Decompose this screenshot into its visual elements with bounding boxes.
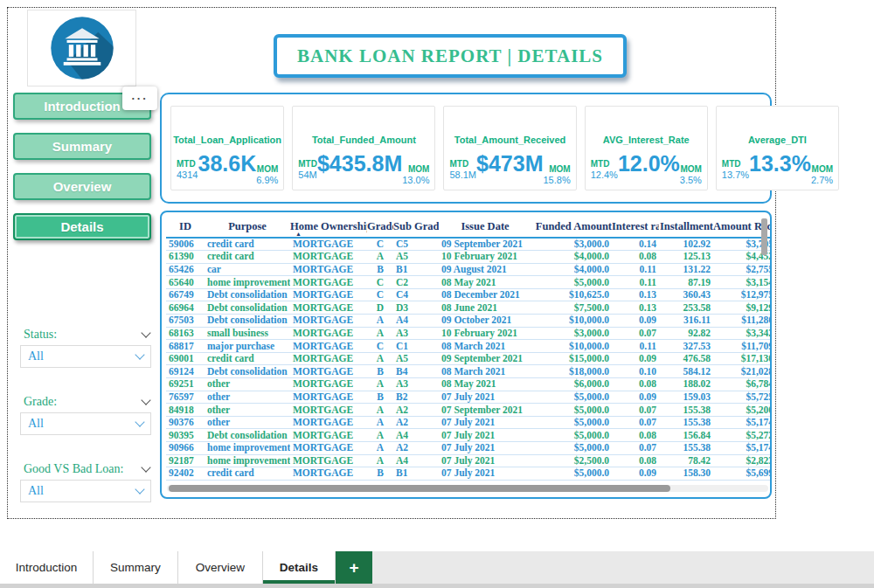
table-cell: other bbox=[205, 391, 290, 404]
table-cell: $5,174 bbox=[713, 442, 771, 455]
table-cell: A5 bbox=[393, 352, 439, 365]
table-cell: 0.10 bbox=[612, 365, 659, 378]
kpi-value: 12.0% bbox=[618, 152, 680, 175]
table-row[interactable]: 69124Debt consolidationMORTGAGEBB408 Mar… bbox=[166, 365, 771, 378]
table-cell: 09 October 2021 bbox=[439, 315, 531, 328]
kpi-card-total-amount-received[interactable]: Total_Amount_Received MTD58.1M $473M MOM… bbox=[443, 106, 576, 190]
filter-status-dropdown[interactable]: All bbox=[20, 345, 151, 368]
column-header-issue-date[interactable]: Issue Date bbox=[439, 217, 531, 238]
column-header-installment[interactable]: Installment bbox=[659, 217, 713, 238]
add-page-button[interactable]: + bbox=[336, 551, 372, 584]
table-cell: home improvement bbox=[205, 276, 290, 289]
column-header-sub-grade[interactable]: Sub Grade bbox=[393, 217, 439, 238]
table-row[interactable]: 92440vacationMORTGAGEAA207 July 2021$5,0… bbox=[166, 480, 771, 481]
table-cell: $5,000.0 bbox=[531, 276, 612, 289]
table-cell: MORTGAGE bbox=[290, 429, 367, 442]
kpi-card-total-funded-amount[interactable]: Total_Funded_Amount MTD54M $435.8M MOM13… bbox=[292, 106, 435, 190]
status-strip bbox=[0, 584, 874, 588]
table-row[interactable]: 92402credit cardMORTGAGEBB107 July 2021$… bbox=[166, 467, 771, 481]
table-cell: A bbox=[367, 442, 393, 455]
kpi-mom-label: MOM bbox=[543, 164, 570, 175]
filter-good-vs-bad-dropdown[interactable]: All bbox=[20, 480, 151, 502]
table-cell: $15,000.0 bbox=[531, 352, 612, 365]
kpi-value: $435.8M bbox=[317, 152, 402, 175]
table-cell: B bbox=[367, 263, 393, 276]
table-cell: A5 bbox=[393, 251, 439, 264]
kpi-card-average-dti[interactable]: Average_DTI MTD13.7% 13.3% MOM2.7% bbox=[716, 106, 839, 190]
table-cell: MORTGAGE bbox=[290, 454, 367, 467]
column-header-grade[interactable]: Grade bbox=[367, 217, 393, 238]
table-row[interactable]: 90395Debt consolidationMORTGAGEAA407 Jul… bbox=[166, 429, 771, 442]
filter-status-header[interactable]: Status: bbox=[20, 328, 151, 345]
page-tab-introduction[interactable]: Introduction bbox=[0, 551, 94, 584]
table-cell: 84918 bbox=[166, 404, 205, 417]
table-row[interactable]: 76597otherMORTGAGEBB207 July 2021$5,000.… bbox=[166, 391, 771, 404]
nav-button-details[interactable]: Details bbox=[13, 213, 151, 240]
nav-button-summary[interactable]: Summary bbox=[13, 133, 151, 160]
table-row[interactable]: 68817major purchaseMORTGAGECC108 March 2… bbox=[166, 340, 771, 353]
table-row[interactable]: 66749Debt consolidationMORTGAGECC408 Dec… bbox=[166, 288, 771, 301]
column-header-interest-rate[interactable]: Interest rate bbox=[612, 217, 659, 238]
filter-status: Status: All bbox=[20, 328, 151, 368]
table-row[interactable]: 59006credit cardMORTGAGECC509 September … bbox=[166, 238, 771, 251]
table-cell: 0.13 bbox=[612, 288, 659, 301]
table-cell: D3 bbox=[393, 301, 439, 315]
table-row[interactable]: 69001credit cardMORTGAGEAA509 September … bbox=[166, 352, 771, 365]
page-tab-summary[interactable]: Summary bbox=[94, 551, 178, 584]
kpi-value: 38.6K bbox=[198, 152, 256, 175]
table-cell: 07 July 2021 bbox=[439, 391, 531, 404]
table-cell: 360.43 bbox=[659, 288, 713, 301]
table-cell: $10,000.0 bbox=[531, 315, 612, 328]
more-options-button[interactable]: ··· bbox=[122, 86, 157, 110]
table-row[interactable]: 67503Debt consolidationMORTGAGEAA409 Oct… bbox=[166, 315, 771, 328]
table-row[interactable]: 68163small businessMORTGAGEAA310 Februar… bbox=[166, 327, 771, 340]
table-cell: $3,154 bbox=[713, 276, 771, 289]
horizontal-scrollbar-track[interactable] bbox=[167, 485, 768, 492]
vertical-scrollbar[interactable] bbox=[761, 218, 767, 255]
chevron-down-icon bbox=[135, 349, 144, 359]
filter-grade-dropdown[interactable]: All bbox=[20, 412, 151, 435]
table-row[interactable]: 65640home improvementMORTGAGECC208 May 2… bbox=[166, 276, 771, 289]
table-cell: A bbox=[367, 251, 393, 264]
table-cell: $11,709 bbox=[713, 340, 771, 353]
kpi-mtd-label: MTD bbox=[177, 159, 198, 169]
column-header-home-ownership[interactable]: Home Ownership▲ bbox=[290, 217, 367, 238]
page-tab-overview[interactable]: Overview bbox=[178, 551, 263, 584]
table-cell: A4 bbox=[393, 315, 439, 328]
filter-good-vs-bad-header[interactable]: Good VS Bad Loan: bbox=[20, 462, 151, 480]
table-cell: 188.02 bbox=[659, 378, 713, 391]
table-cell: 0.11 bbox=[612, 340, 659, 353]
table-row[interactable]: 90376otherMORTGAGEAA207 July 2021$5,000.… bbox=[166, 416, 771, 429]
table-cell: MORTGAGE bbox=[290, 315, 367, 328]
table-row[interactable]: 84918otherMORTGAGEAA207 September 2021$5… bbox=[166, 404, 771, 417]
table-row[interactable]: 92187home improvementMORTGAGEAA407 July … bbox=[166, 454, 771, 467]
kpi-card-total-loan-application[interactable]: Total_Loan_Application MTD4314 38.6K MOM… bbox=[170, 106, 284, 190]
table-row[interactable]: 61390credit cardMORTGAGEAA510 February 2… bbox=[166, 251, 771, 264]
table-cell: 102.92 bbox=[659, 238, 713, 251]
horizontal-scrollbar-thumb[interactable] bbox=[169, 485, 670, 492]
nav-button-overview[interactable]: Overview bbox=[13, 173, 151, 200]
chevron-down-icon bbox=[141, 462, 150, 472]
table-cell: $3,000.0 bbox=[531, 327, 612, 340]
table-cell: A2 bbox=[393, 480, 439, 481]
column-header-id[interactable]: ID bbox=[166, 217, 205, 238]
kpi-card-avg-interest-rate[interactable]: AVG_Interest_Rate MTD12.4% 12.0% MOM3.5% bbox=[585, 106, 708, 190]
chevron-down-icon bbox=[141, 328, 150, 337]
table-cell: A bbox=[367, 352, 393, 365]
table-cell: A bbox=[367, 416, 393, 429]
table-cell: MORTGAGE bbox=[290, 391, 367, 404]
table-cell: A4 bbox=[393, 429, 439, 442]
table-row[interactable]: 66964Debt consolidationMORTGAGEDD308 Jun… bbox=[166, 301, 771, 315]
table-cell: $7,500.0 bbox=[531, 301, 612, 315]
table-row[interactable]: 65426carMORTGAGEBB109 August 2021$4,000.… bbox=[166, 263, 771, 276]
table-row[interactable]: 90966home improvementMORTGAGEAA207 July … bbox=[166, 442, 771, 455]
filter-grade-header[interactable]: Grade: bbox=[20, 395, 151, 412]
column-header-purpose[interactable]: Purpose bbox=[205, 217, 290, 238]
page-tab-details[interactable]: Details bbox=[263, 551, 336, 584]
table-row[interactable]: 69251otherMORTGAGEAA308 May 2021$6,000.0… bbox=[166, 378, 771, 391]
table-cell: 07 July 2021 bbox=[439, 416, 531, 429]
table-cell: 155.38 bbox=[659, 404, 713, 417]
table-cell: 158.30 bbox=[659, 467, 713, 481]
column-header-funded-amount[interactable]: Funded Amount bbox=[531, 217, 612, 238]
chevron-down-icon bbox=[135, 417, 144, 426]
